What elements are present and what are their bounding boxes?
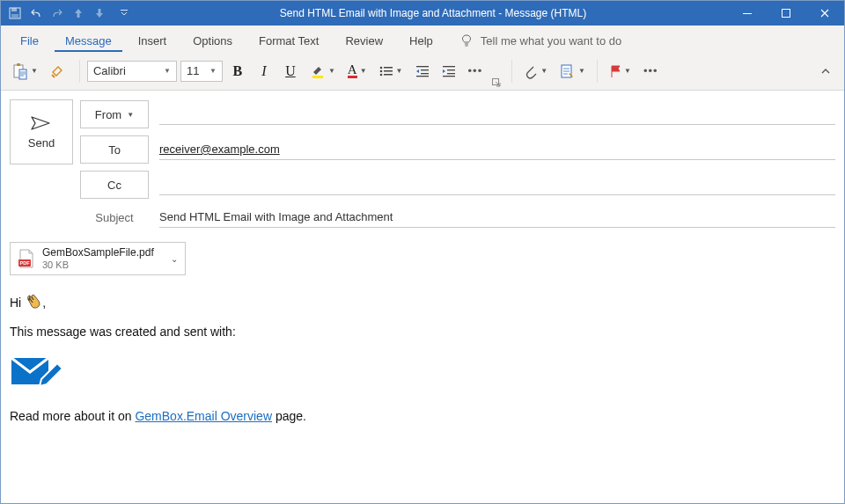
compose-header: Send From ▼ To receiver@example.com Cc S…: [1, 91, 844, 275]
svg-rect-16: [416, 66, 429, 67]
signature-button[interactable]: ▼: [555, 60, 590, 83]
svg-rect-18: [421, 73, 429, 74]
svg-rect-22: [447, 73, 455, 74]
svg-rect-17: [421, 69, 429, 70]
follow-up-flag-button[interactable]: ▼: [605, 60, 636, 83]
window-buttons: [728, 1, 844, 26]
send-icon: [30, 115, 53, 131]
ribbon-tabs: File Message Insert Options Format Text …: [1, 26, 844, 52]
down-arrow-icon[interactable]: [92, 6, 107, 20]
tell-me-placeholder: Tell me what you want to do: [481, 34, 621, 47]
svg-rect-13: [384, 70, 393, 72]
tab-insert[interactable]: Insert: [128, 29, 178, 52]
more-commands-button[interactable]: •••: [639, 60, 663, 83]
to-field[interactable]: receiver@example.com: [159, 139, 835, 160]
qat-customize-icon[interactable]: [117, 6, 131, 20]
attach-file-button[interactable]: ▼: [519, 60, 552, 83]
waving-hand-icon: [25, 293, 42, 310]
minimize-button[interactable]: [728, 1, 767, 26]
attachment-size: 30 KB: [42, 259, 154, 271]
up-arrow-icon[interactable]: [71, 6, 85, 20]
cc-field[interactable]: [159, 174, 835, 195]
to-label: To: [108, 143, 121, 157]
svg-point-10: [379, 66, 382, 69]
svg-rect-11: [384, 67, 393, 69]
svg-rect-3: [121, 10, 128, 11]
svg-rect-19: [416, 76, 429, 77]
cc-button[interactable]: Cc: [80, 171, 149, 199]
to-recipient-chip[interactable]: receiver@example.com: [159, 142, 280, 156]
window-title: Send HTML Email with Image and Attachmen…: [138, 7, 728, 19]
font-family-combo[interactable]: Calibri▼: [87, 61, 177, 82]
font-family-value: Calibri: [93, 64, 126, 77]
tab-review[interactable]: Review: [334, 29, 393, 52]
bullets-button[interactable]: ▼: [375, 60, 408, 83]
cc-label: Cc: [107, 179, 121, 192]
redo-icon[interactable]: [50, 6, 64, 20]
tab-help[interactable]: Help: [399, 29, 444, 52]
decrease-indent-button[interactable]: [411, 60, 434, 83]
subject-label: Subject: [80, 211, 149, 224]
close-button[interactable]: [805, 1, 844, 26]
tab-file[interactable]: File: [10, 29, 49, 52]
attachment-chip[interactable]: PDF GemBoxSampleFile.pdf 30 KB ⌄: [10, 242, 186, 275]
svg-rect-15: [384, 74, 393, 76]
send-label: Send: [28, 136, 55, 150]
svg-rect-7: [17, 63, 20, 66]
from-label: From: [95, 108, 121, 121]
collapse-ribbon-button[interactable]: [814, 60, 837, 83]
lightbulb-icon: [459, 33, 474, 47]
undo-icon[interactable]: [29, 6, 43, 20]
font-size-value: 11: [187, 64, 199, 77]
save-icon[interactable]: [8, 6, 22, 20]
font-size-combo[interactable]: 11▼: [180, 61, 223, 82]
message-body[interactable]: Hi , This message was created and sent w…: [1, 275, 844, 446]
format-painter-button[interactable]: [46, 60, 72, 83]
send-button[interactable]: Send: [10, 99, 73, 164]
tab-message[interactable]: Message: [55, 29, 122, 52]
title-bar: Send HTML Email with Image and Attachmen…: [1, 1, 844, 26]
body-greeting: Hi ,: [10, 293, 835, 310]
italic-button[interactable]: I: [253, 60, 276, 83]
svg-rect-5: [783, 10, 790, 18]
maximize-button[interactable]: [767, 1, 805, 26]
highlight-button[interactable]: ▼: [305, 60, 340, 83]
tell-me-search[interactable]: Tell me what you want to do: [459, 33, 621, 52]
to-button[interactable]: To: [80, 135, 149, 164]
chevron-down-icon: ▼: [127, 111, 134, 119]
gembox-overview-link[interactable]: GemBox.Email Overview: [135, 409, 272, 423]
svg-rect-9: [312, 76, 323, 78]
tab-format-text[interactable]: Format Text: [248, 29, 329, 52]
svg-rect-20: [443, 66, 455, 67]
svg-point-14: [379, 73, 382, 76]
from-field[interactable]: [159, 104, 835, 125]
bold-button[interactable]: B: [226, 60, 249, 83]
subject-field[interactable]: Send HTML Email with Image and Attachmen…: [159, 207, 835, 228]
from-button[interactable]: From ▼: [80, 100, 149, 128]
attachment-menu-icon[interactable]: ⌄: [171, 254, 178, 264]
body-line-2: This message was created and sent with:: [10, 325, 835, 339]
svg-rect-2: [11, 14, 18, 18]
svg-rect-23: [443, 76, 455, 77]
svg-point-12: [379, 69, 382, 72]
tab-options[interactable]: Options: [182, 29, 243, 52]
pdf-file-icon: PDF: [18, 249, 35, 268]
attachment-filename: GemBoxSampleFile.pdf: [42, 246, 154, 259]
svg-rect-1: [11, 8, 17, 11]
ribbon-toolbar: ▼ Calibri▼ 11▼ B I U ▼ A▼ ▼ ••• ▼ ▼ ▼ ••…: [1, 52, 844, 91]
increase-indent-button[interactable]: [437, 60, 460, 83]
font-color-button[interactable]: A▼: [343, 60, 371, 83]
svg-text:PDF: PDF: [20, 260, 31, 266]
email-logo-image: [10, 353, 835, 397]
underline-button[interactable]: U: [279, 60, 302, 83]
svg-rect-21: [447, 69, 455, 70]
body-read-more: Read more about it on GemBox.Email Overv…: [10, 409, 835, 423]
quick-access-toolbar: [1, 6, 138, 20]
svg-rect-8: [19, 69, 26, 79]
more-formatting-button[interactable]: •••: [464, 60, 488, 83]
dialog-launcher-icon[interactable]: [492, 78, 501, 87]
svg-rect-4: [743, 13, 752, 14]
paste-button[interactable]: ▼: [8, 60, 42, 83]
